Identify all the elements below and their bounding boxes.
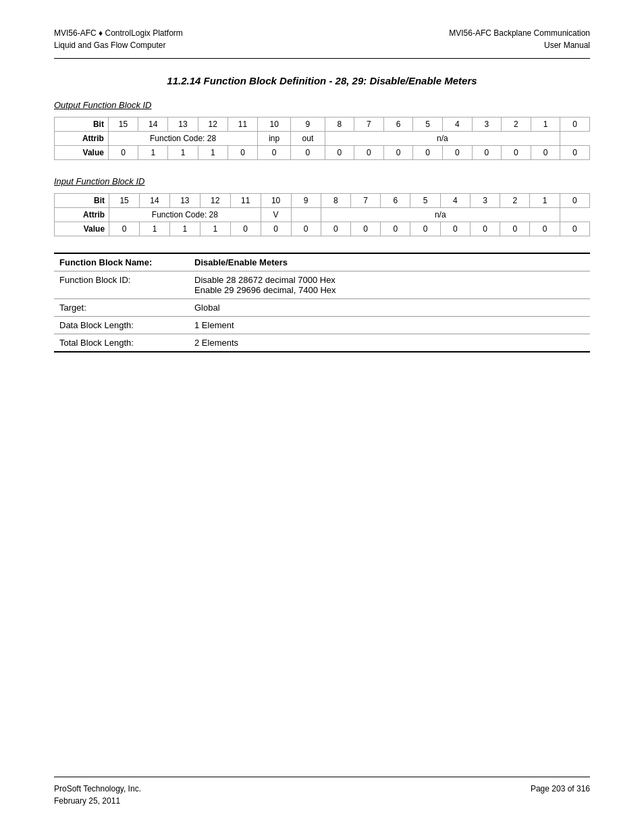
input-v-1: 0	[530, 222, 560, 236]
function-block-id-line1: Disable 28 28672 decimal 7000 Hex	[194, 275, 585, 285]
output-bit-1: 1	[531, 118, 560, 132]
input-attrib-label: Attrib	[55, 208, 109, 222]
input-v-6: 0	[381, 222, 410, 236]
function-block-value-header: Disable/Enable Meters	[189, 253, 590, 271]
input-function-code: Function Code: 28	[109, 208, 261, 222]
input-v-9: 0	[291, 222, 321, 236]
input-v-14: 1	[140, 222, 170, 236]
input-v-0: 0	[560, 222, 589, 236]
page-header: MVI56-AFC ♦ ControlLogix Platform Liquid…	[54, 27, 590, 51]
output-attrib-na: n/a	[325, 132, 560, 146]
header-left-line2: Liquid and Gas Flow Computer	[54, 39, 183, 51]
total-block-length-row: Total Block Length: 2 Elements	[54, 334, 590, 353]
input-bit-13: 13	[169, 194, 200, 208]
input-bit-7: 7	[351, 194, 381, 208]
output-function-code: Function Code: 28	[108, 132, 257, 146]
input-bit-1: 1	[530, 194, 560, 208]
output-bit-8: 8	[325, 118, 354, 132]
header-left-line1: MVI56-AFC ♦ ControlLogix Platform	[54, 27, 183, 39]
output-bit-13: 13	[168, 118, 198, 132]
input-bit-4: 4	[440, 194, 470, 208]
output-v-3: 0	[472, 146, 502, 160]
output-v-13: 1	[168, 146, 198, 160]
input-v-15: 0	[109, 222, 140, 236]
output-v-12: 1	[198, 146, 227, 160]
output-v-4: 0	[442, 146, 472, 160]
output-bit-0: 0	[560, 118, 590, 132]
input-attrib-empty	[291, 208, 321, 222]
output-bit-10: 10	[258, 118, 291, 132]
output-v-2: 0	[502, 146, 531, 160]
output-bit-6: 6	[383, 118, 413, 132]
output-bit-table: Bit 15 14 13 12 11 10 9 8 7 6 5 4 3	[54, 117, 590, 160]
header-divider	[54, 58, 590, 59]
input-bit-label: Bit	[55, 194, 109, 208]
main-content: 11.2.14 Function Block Definition - 28, …	[54, 75, 590, 777]
input-bit-table: Bit 15 14 13 12 11 10 9 8 7 6 5 4 3	[54, 193, 590, 236]
output-bit-15: 15	[108, 118, 138, 132]
footer-page-number: Page 203 of 316	[531, 783, 590, 807]
input-bit-3: 3	[470, 194, 500, 208]
input-bit-12: 12	[200, 194, 230, 208]
function-block-id-row: Function Block ID: Disable 28 28672 deci…	[54, 271, 590, 299]
data-block-length-label: Data Block Length:	[54, 317, 189, 334]
output-bit-12: 12	[198, 118, 227, 132]
input-attrib-v: V	[261, 208, 291, 222]
total-block-length-value: 2 Elements	[189, 334, 590, 353]
output-v-10: 0	[258, 146, 291, 160]
input-v-8: 0	[321, 222, 350, 236]
input-value-row: Value 0 1 1 1 0 0 0 0 0 0 0 0 0	[55, 222, 590, 236]
output-v-1: 0	[531, 146, 560, 160]
input-bit-5: 5	[410, 194, 440, 208]
output-v-7: 0	[354, 146, 384, 160]
input-v-12: 1	[200, 222, 230, 236]
input-v-4: 0	[440, 222, 470, 236]
output-v-0: 0	[560, 146, 590, 160]
output-bit-3: 3	[472, 118, 502, 132]
output-v-6: 0	[383, 146, 413, 160]
input-v-2: 0	[500, 222, 530, 236]
input-bit-14: 14	[140, 194, 170, 208]
output-attrib-label: Attrib	[55, 132, 109, 146]
output-bit-7: 7	[354, 118, 384, 132]
header-right: MVI56-AFC Backplane Communication User M…	[449, 27, 590, 51]
output-v-5: 0	[413, 146, 443, 160]
output-bit-9: 9	[291, 118, 325, 132]
target-value: Global	[189, 299, 590, 317]
input-v-7: 0	[351, 222, 381, 236]
output-bit-4: 4	[442, 118, 472, 132]
input-bit-2: 2	[500, 194, 530, 208]
output-bit-5: 5	[413, 118, 443, 132]
input-bit-row: Bit 15 14 13 12 11 10 9 8 7 6 5 4 3	[55, 194, 590, 208]
input-v-3: 0	[470, 222, 500, 236]
function-block-id-line2: Enable 29 29696 decimal, 7400 Hex	[194, 285, 585, 295]
input-bit-6: 6	[381, 194, 410, 208]
output-attrib-inp: inp	[258, 132, 291, 146]
output-bit-11: 11	[227, 118, 257, 132]
footer-left: ProSoft Technology, Inc. February 25, 20…	[54, 783, 141, 807]
output-attrib-row: Attrib Function Code: 28 inp out n/a	[55, 132, 590, 146]
header-right-line2: User Manual	[449, 39, 590, 51]
input-attrib-row: Attrib Function Code: 28 V n/a	[55, 208, 590, 222]
page: MVI56-AFC ♦ ControlLogix Platform Liquid…	[0, 0, 644, 834]
output-subtitle: Output Function Block ID	[54, 100, 590, 110]
output-value-row: Value 0 1 1 1 0 0 0 0 0 0 0 0 0	[55, 146, 590, 160]
input-bit-15: 15	[109, 194, 140, 208]
section-title: 11.2.14 Function Block Definition - 28, …	[54, 75, 590, 86]
input-v-11: 0	[230, 222, 261, 236]
page-footer: ProSoft Technology, Inc. February 25, 20…	[54, 777, 590, 807]
data-block-length-row: Data Block Length: 1 Element	[54, 317, 590, 334]
data-block-length-value: 1 Element	[189, 317, 590, 334]
output-v-15: 0	[108, 146, 138, 160]
output-bit-14: 14	[138, 118, 168, 132]
input-v-13: 1	[169, 222, 200, 236]
input-bit-10: 10	[261, 194, 291, 208]
output-bit-2: 2	[502, 118, 531, 132]
input-value-label: Value	[55, 222, 109, 236]
target-label: Target:	[54, 299, 189, 317]
footer-company: ProSoft Technology, Inc.	[54, 783, 141, 795]
target-row: Target: Global	[54, 299, 590, 317]
function-block-name-header: Function Block Name:	[54, 253, 189, 271]
input-bit-0: 0	[560, 194, 589, 208]
input-bit-9: 9	[291, 194, 321, 208]
